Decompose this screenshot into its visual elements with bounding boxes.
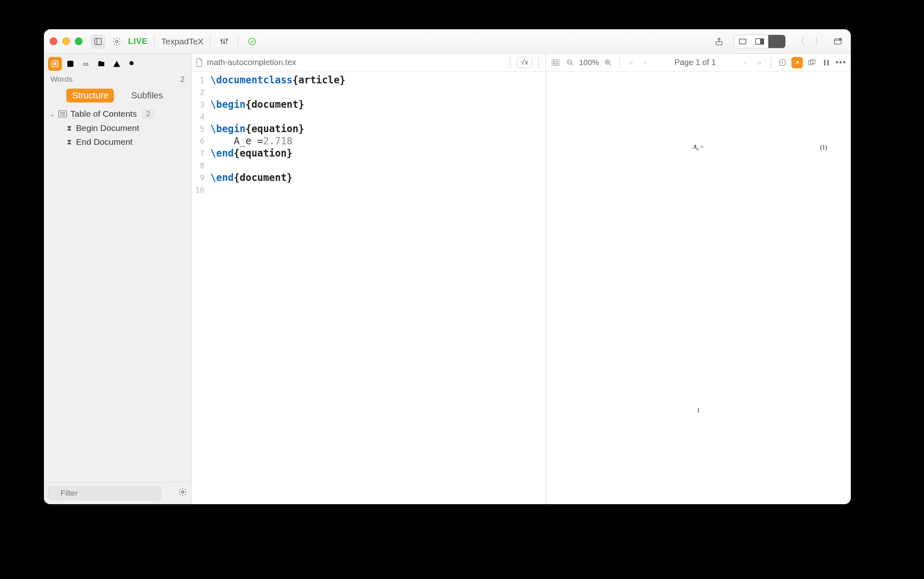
sidebar-settings-button[interactable] (178, 488, 187, 499)
toggle-sidebar-button[interactable] (91, 34, 105, 49)
tab-structure[interactable]: Structure (66, 89, 114, 102)
zoom-in-icon (604, 59, 612, 66)
svg-point-9 (249, 38, 256, 45)
layout-editor-only[interactable] (734, 35, 751, 48)
todo-mode-button[interactable] (63, 57, 77, 71)
filter-input[interactable] (48, 486, 161, 500)
svg-rect-44 (780, 60, 785, 65)
editor-header: math-autocompletion.tex √x (192, 54, 545, 72)
toc-count-badge: 2 (142, 109, 154, 119)
svg-rect-36 (557, 63, 559, 65)
svg-rect-48 (827, 60, 829, 65)
next-page-button[interactable]: › (739, 57, 750, 68)
token-text: A_e = (210, 135, 263, 147)
settings-button[interactable] (109, 34, 124, 49)
sync-preview-button[interactable] (791, 57, 803, 68)
layout-split[interactable] (751, 35, 768, 48)
zoom-out-icon (567, 59, 574, 66)
pause-icon (824, 59, 829, 66)
words-label: Words (50, 75, 73, 84)
close-window-button[interactable] (50, 37, 57, 45)
outline-mode-button[interactable] (48, 57, 62, 71)
prev-page-button[interactable]: ‹ (640, 57, 652, 68)
main-body: ∞ Words 2 Structure Subfiles ⌄ (44, 54, 851, 504)
last-page-button[interactable]: » (754, 57, 765, 68)
svg-rect-47 (824, 60, 826, 65)
more-preview-button[interactable]: ••• (835, 57, 847, 68)
line-number: 1 (192, 74, 205, 86)
line-number: 8 (192, 159, 205, 172)
external-preview-button[interactable] (806, 57, 817, 68)
hourglass-icon: ⧗ (67, 138, 72, 146)
zoom-window-button[interactable] (75, 37, 83, 45)
first-page-button[interactable]: « (625, 57, 637, 68)
outline-item-end-document[interactable]: ⧗ End Document (44, 135, 191, 149)
line-gutter: 1 2 3 4 5 6 7 8 9 10 (192, 72, 207, 504)
warnings-mode-button[interactable] (110, 57, 124, 71)
line-number: 5 (192, 123, 205, 135)
nav-forward-button[interactable]: 〉 (812, 35, 826, 48)
nav-back-button[interactable]: 〈 (793, 35, 808, 48)
share-button[interactable] (712, 34, 726, 49)
line-number: 2 (192, 86, 205, 98)
typeset-status[interactable] (245, 34, 259, 49)
window-controls (50, 37, 83, 45)
zoom-in-button[interactable] (602, 57, 614, 68)
sync-source-button[interactable] (777, 57, 788, 68)
token-arg: {equation} (234, 148, 293, 159)
gear-icon (178, 488, 187, 496)
code-content[interactable]: \documentclass{article} \begin{document}… (207, 72, 345, 504)
separator (619, 57, 620, 68)
line-number: 3 (192, 98, 205, 111)
search-mode-button[interactable] (125, 57, 139, 71)
line-number: 9 (192, 172, 205, 184)
windows-icon (808, 59, 816, 66)
toc-root[interactable]: ⌄ Table of Contents 2 (44, 107, 191, 121)
infinity-mode-button[interactable]: ∞ (79, 57, 93, 71)
thumbnails-button[interactable] (550, 57, 561, 68)
filename-label[interactable]: math-autocompletion.tex (207, 58, 296, 67)
new-tab-button[interactable] (830, 34, 845, 49)
svg-rect-19 (54, 63, 57, 65)
file-icon (196, 58, 203, 67)
files-mode-button[interactable] (94, 57, 108, 71)
token-arg: {document} (234, 172, 293, 183)
separator (510, 57, 510, 68)
svg-rect-31 (551, 59, 554, 62)
words-count: 2 (180, 75, 185, 84)
layout-segmented-control[interactable] (734, 35, 786, 48)
code-editor[interactable]: 1 2 3 4 5 6 7 8 9 10 \documentclass{arti… (192, 72, 545, 504)
svg-rect-0 (95, 38, 102, 44)
typeset-options-button[interactable] (217, 34, 231, 49)
live-indicator[interactable]: LIVE (128, 37, 148, 46)
checkbox-icon (66, 60, 74, 68)
titlebar: LIVE TexpadTeX 〈 〉 (44, 29, 851, 54)
pause-preview-button[interactable] (821, 57, 832, 68)
token-arg: {article} (292, 74, 345, 86)
separator (238, 36, 238, 47)
separator (538, 57, 539, 68)
sidebar-footer (44, 482, 191, 504)
zoom-out-button[interactable] (564, 57, 576, 68)
minimize-window-button[interactable] (62, 37, 70, 45)
svg-rect-34 (551, 63, 554, 65)
svg-rect-33 (557, 59, 559, 62)
math-snippets-button[interactable]: √x (517, 57, 532, 68)
outline-item-label: End Document (76, 137, 133, 147)
split-icon (755, 38, 764, 45)
zoom-level[interactable]: 100% (579, 58, 599, 67)
svg-line-43 (609, 63, 611, 65)
outline-item-label: Begin Document (76, 123, 139, 133)
layout-preview-only[interactable] (768, 35, 785, 48)
app-window: LIVE TexpadTeX 〈 〉 (44, 29, 851, 504)
svg-point-22 (117, 66, 117, 66)
preview-pane: 100% « ‹ Page 1 of 1 › » (546, 54, 851, 504)
check-circle-icon (248, 37, 257, 46)
preview-header: 100% « ‹ Page 1 of 1 › » (546, 54, 851, 72)
svg-rect-32 (554, 59, 556, 62)
preview-page[interactable]: Ae = (1) 1 (546, 72, 851, 504)
tab-subfiles[interactable]: Subfiles (125, 89, 168, 102)
editor-pane: math-autocompletion.tex √x 1 2 3 4 5 6 7… (192, 54, 546, 504)
outline-item-begin-document[interactable]: ⧗ Begin Document (44, 121, 191, 135)
typeset-engine[interactable]: TexpadTeX (161, 37, 203, 46)
